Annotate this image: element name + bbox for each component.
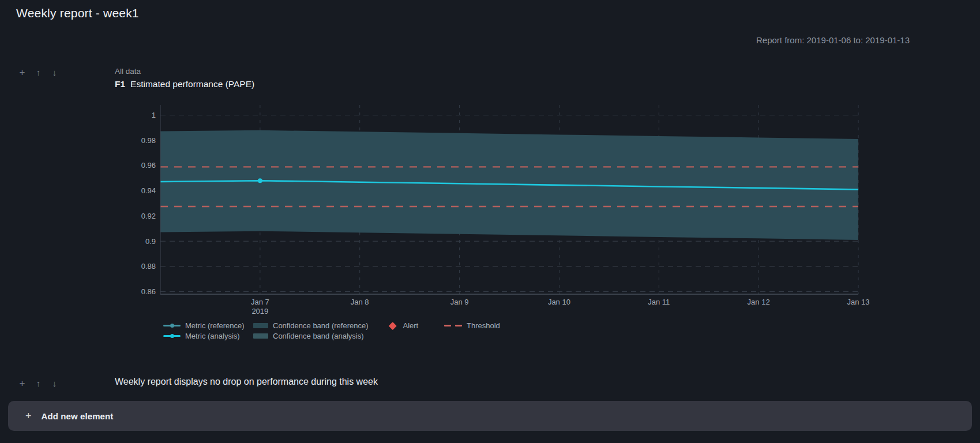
y-tick-label: 1 [152, 111, 156, 119]
text-block-content: Weekly report displays no drop on perfor… [115, 377, 378, 387]
report-date-range: Report from: 2019-01-06 to: 2019-01-13 [756, 35, 910, 45]
text-block-controls: + ↑ ↓ [17, 378, 59, 388]
chart-block-controls: + ↑ ↓ [17, 67, 59, 77]
x-tick-label: Jan 9 [450, 298, 469, 306]
y-tick-label: 0.86 [141, 287, 156, 296]
metric-code: F1 [115, 79, 125, 89]
x-tick-label: Jan 10 [548, 298, 570, 306]
threshold-dashes-icon [444, 325, 462, 326]
page-title: Weekly report - week1 [16, 6, 139, 20]
add-new-element-label: Add new element [42, 411, 114, 421]
plus-icon: + [25, 411, 32, 421]
chart-subtitle: All data [115, 67, 141, 76]
chart-title: F1Estimated performance (PAPE) [115, 79, 254, 89]
legend-item[interactable]: Confidence band (reference) [253, 321, 388, 330]
confidence-band [160, 130, 858, 240]
move-up-icon[interactable]: ↑ [33, 67, 43, 77]
alert-diamond-icon [389, 322, 396, 329]
y-tick-label: 0.98 [141, 136, 156, 145]
legend-line-swatch-icon [163, 333, 181, 339]
legend-item[interactable]: Metric (reference) [163, 321, 253, 330]
y-tick-label: 0.9 [145, 237, 156, 246]
x-tick-label: Jan 13 [847, 298, 869, 306]
legend-label: Metric (reference) [185, 321, 245, 330]
legend-item[interactable]: Alert [388, 321, 444, 330]
add-block-icon[interactable]: + [17, 67, 27, 77]
metric-title: Estimated performance (PAPE) [130, 79, 254, 89]
legend-label: Alert [403, 321, 419, 330]
move-up-icon[interactable]: ↑ [33, 378, 43, 388]
add-block-icon[interactable]: + [17, 378, 27, 388]
legend-line-swatch-icon [163, 323, 181, 328]
legend-item[interactable]: Confidence band (analysis) [253, 332, 388, 340]
legend-row: Metric (reference)Confidence band (refer… [163, 321, 500, 331]
legend-label: Metric (analysis) [185, 332, 240, 340]
legend-label: Confidence band (analysis) [273, 332, 364, 340]
chart-legend: Metric (reference)Confidence band (refer… [163, 321, 500, 341]
legend-item[interactable]: Threshold [444, 321, 500, 330]
y-tick-label: 0.94 [141, 186, 156, 195]
y-tick-label: 0.96 [141, 161, 156, 170]
y-tick-label: 0.88 [141, 262, 156, 271]
x-tick-label: Jan 11 [648, 298, 670, 306]
x-tick-label: Jan 7 [251, 298, 269, 306]
y-tick-label: 0.92 [141, 212, 156, 220]
x-tick-label: Jan 8 [351, 298, 369, 306]
move-down-icon[interactable]: ↓ [50, 378, 59, 388]
move-down-icon[interactable]: ↓ [50, 67, 59, 77]
legend-label: Threshold [467, 321, 500, 330]
performance-chart-canvas: 10.980.960.940.920.90.880.86Jan 72019Jan… [133, 98, 871, 317]
add-new-element-button[interactable]: + Add new element [8, 401, 972, 431]
legend-label: Confidence band (reference) [273, 321, 369, 330]
metric-marker [258, 178, 262, 183]
legend-row: Metric (analysis)Confidence band (analys… [163, 331, 500, 341]
legend-band-swatch-icon [253, 323, 268, 328]
x-tick-label: Jan 12 [748, 298, 770, 306]
x-tick-year-label: 2019 [251, 307, 268, 316]
legend-band-swatch-icon [253, 333, 268, 339]
weekly-report-page: Weekly report - week1 Report from: 2019-… [0, 0, 980, 443]
legend-item[interactable]: Metric (analysis) [163, 332, 253, 340]
